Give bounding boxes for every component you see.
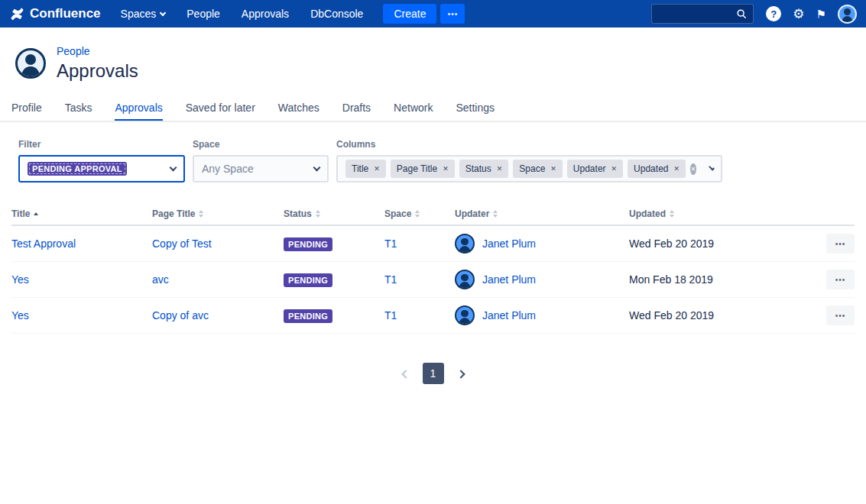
column-chip-title: Title ✕ xyxy=(345,160,386,178)
updated-date: Mon Feb 18 2019 xyxy=(629,273,795,286)
top-icon-buttons: ? ⚙ ⚑ xyxy=(766,5,857,24)
page-title-link[interactable]: Copy of Test xyxy=(152,237,284,250)
columns-label: Columns xyxy=(336,139,722,150)
remove-chip-icon[interactable]: ✕ xyxy=(374,165,380,173)
tab-settings[interactable]: Settings xyxy=(456,94,495,121)
pagination: 1 xyxy=(0,363,866,384)
sort-icon xyxy=(493,210,498,218)
search-icon xyxy=(736,8,747,19)
space-label: Space xyxy=(193,139,329,150)
gear-icon[interactable]: ⚙ xyxy=(793,8,804,21)
sort-icon xyxy=(199,210,203,218)
space-link[interactable]: T1 xyxy=(384,273,455,286)
column-header-space[interactable]: Space xyxy=(384,208,455,219)
space-select[interactable]: Any Space xyxy=(193,155,329,183)
chevron-right-icon xyxy=(456,370,465,378)
chevron-left-icon xyxy=(401,370,410,378)
sort-asc-icon xyxy=(34,212,38,215)
status-badge: PENDING xyxy=(284,237,332,251)
chevron-down-icon xyxy=(170,164,177,172)
column-chip-status: Status ✕ xyxy=(459,160,509,178)
profile-avatar[interactable] xyxy=(15,48,46,79)
profile-tabs: Profile Tasks Approvals Saved for later … xyxy=(0,94,866,122)
page-title-link[interactable]: Copy of avc xyxy=(152,309,284,321)
sort-icon xyxy=(415,210,420,218)
user-avatar[interactable] xyxy=(838,5,857,24)
approval-title-link[interactable]: Test Approval xyxy=(11,237,152,250)
space-link[interactable]: T1 xyxy=(384,237,455,250)
space-link[interactable]: T1 xyxy=(384,309,455,321)
table-row: Test Approval Copy of Test PENDING T1 Ja… xyxy=(11,226,855,262)
filter-select[interactable]: PENDING APPROVAL xyxy=(18,155,185,183)
filter-bar: Filter PENDING APPROVAL Space Any Space … xyxy=(18,139,848,183)
remove-chip-icon[interactable]: ✕ xyxy=(611,165,618,173)
status-badge: PENDING xyxy=(284,309,332,323)
approval-title-link[interactable]: Yes xyxy=(11,309,152,321)
create-button[interactable]: Create xyxy=(383,4,436,24)
page-title-link[interactable]: avc xyxy=(152,273,284,286)
tab-saved-for-later[interactable]: Saved for later xyxy=(186,94,255,121)
table-row: Yes avc PENDING T1 Janet Plum Mon Feb 18… xyxy=(11,262,855,298)
nav-spaces[interactable]: Spaces xyxy=(121,8,166,20)
chevron-down-icon xyxy=(160,9,166,15)
help-icon[interactable]: ? xyxy=(766,6,781,21)
row-actions-button[interactable]: ••• xyxy=(826,270,855,289)
confluence-logo[interactable]: Confluence xyxy=(9,6,101,22)
tab-approvals[interactable]: Approvals xyxy=(115,94,162,121)
column-header-updater[interactable]: Updater xyxy=(455,208,629,219)
search-input[interactable] xyxy=(658,8,736,21)
column-chip-updater: Updater ✕ xyxy=(567,160,623,178)
tab-watches[interactable]: Watches xyxy=(278,94,319,121)
column-header-title[interactable]: Title xyxy=(11,208,152,219)
updater-link[interactable]: Janet Plum xyxy=(482,309,536,321)
nav-approvals[interactable]: Approvals xyxy=(242,8,289,20)
previous-page-button[interactable] xyxy=(398,363,414,384)
updater-link[interactable]: Janet Plum xyxy=(482,273,536,286)
table-row: Yes Copy of avc PENDING T1 Janet Plum We… xyxy=(11,298,855,334)
tab-profile[interactable]: Profile xyxy=(11,94,42,121)
approval-title-link[interactable]: Yes xyxy=(11,273,152,286)
sort-icon xyxy=(316,210,320,218)
tab-network[interactable]: Network xyxy=(394,94,433,121)
updater-link[interactable]: Janet Plum xyxy=(482,237,536,250)
chevron-down-icon xyxy=(709,164,715,170)
status-badge: PENDING xyxy=(284,273,332,287)
space-select-value: Any Space xyxy=(202,163,254,175)
table-header-row: Title Page Title Status Space Updater Up… xyxy=(11,208,855,226)
column-chip-updated: Updated ✕ xyxy=(628,160,686,178)
nav-dbconsole[interactable]: DbConsole xyxy=(310,8,363,20)
updater-avatar[interactable] xyxy=(455,305,475,325)
column-header-status[interactable]: Status xyxy=(284,208,384,219)
column-header-updated[interactable]: Updated xyxy=(629,208,795,219)
flag-icon[interactable]: ⚑ xyxy=(816,8,826,20)
chevron-down-icon xyxy=(313,164,321,172)
columns-multiselect[interactable]: Title ✕ Page Title ✕ Status ✕ Space ✕ Up… xyxy=(336,155,722,183)
remove-chip-icon[interactable]: ✕ xyxy=(673,165,680,173)
column-header-page-title[interactable]: Page Title xyxy=(152,208,284,219)
page-header: People Approvals xyxy=(0,27,866,94)
confluence-logo-icon xyxy=(9,6,25,22)
row-actions-button[interactable]: ••• xyxy=(826,234,855,254)
column-chip-space: Space ✕ xyxy=(513,160,563,178)
clear-columns-icon[interactable]: ✕ xyxy=(690,163,696,175)
search-box[interactable] xyxy=(651,4,754,24)
updated-date: Wed Feb 20 2019 xyxy=(629,237,795,250)
column-chip-page-title: Page Title ✕ xyxy=(391,160,455,178)
top-navigation: Confluence Spaces People Approvals DbCon… xyxy=(0,0,866,27)
nav-more-button[interactable]: ••• xyxy=(440,4,465,24)
remove-chip-icon[interactable]: ✕ xyxy=(550,165,556,173)
remove-chip-icon[interactable]: ✕ xyxy=(443,165,449,173)
breadcrumb-people-link[interactable]: People xyxy=(57,45,90,57)
tab-drafts[interactable]: Drafts xyxy=(342,94,371,121)
tab-tasks[interactable]: Tasks xyxy=(65,94,92,121)
page-1-button[interactable]: 1 xyxy=(423,363,444,384)
nav-people[interactable]: People xyxy=(186,8,220,20)
page-title: Approvals xyxy=(57,60,138,82)
remove-chip-icon[interactable]: ✕ xyxy=(497,165,503,173)
filter-label: Filter xyxy=(18,139,185,150)
sort-icon xyxy=(670,210,674,218)
updater-avatar[interactable] xyxy=(455,270,475,289)
updater-avatar[interactable] xyxy=(455,234,475,254)
row-actions-button[interactable]: ••• xyxy=(826,305,855,325)
next-page-button[interactable] xyxy=(453,363,469,384)
